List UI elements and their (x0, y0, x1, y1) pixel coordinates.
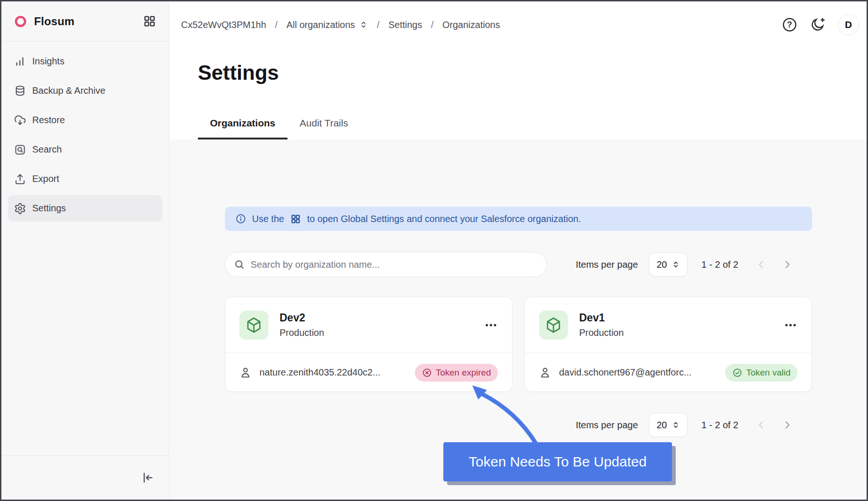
help-button[interactable]: ? (782, 17, 798, 33)
org-environment: Production (579, 327, 624, 338)
previous-page-button[interactable] (755, 419, 767, 431)
pagination-bottom: Items per page 20 1 - 2 of 2 (576, 413, 812, 437)
org-username: david.schonert967@agentforc... (559, 367, 692, 378)
items-per-page-select[interactable]: 20 (649, 413, 687, 437)
circle-check-icon (732, 368, 742, 378)
tab-organizations[interactable]: Organizations (198, 109, 287, 139)
items-per-page-label: Items per page (576, 259, 638, 270)
collapse-sidebar-icon (141, 471, 154, 484)
sidebar-item-label: Search (32, 144, 62, 155)
info-banner: Use the to open Global Settings and conn… (225, 207, 812, 231)
chevron-right-icon (781, 258, 793, 271)
sidebar-item-settings[interactable]: Settings (8, 195, 162, 222)
org-toolbar: Items per page 20 1 - 2 of 2 (225, 252, 812, 277)
user-avatar[interactable]: D (838, 14, 859, 35)
org-card-header: Dev2 Production (225, 297, 512, 353)
org-more-options-button[interactable] (484, 318, 498, 332)
ellipsis-icon (784, 318, 798, 332)
items-per-page-select[interactable]: 20 (649, 252, 687, 277)
org-name: Dev2 (280, 312, 324, 324)
topbar-actions: ? D (782, 14, 859, 35)
pagination-nav (755, 419, 793, 431)
token-status-text: Token expired (436, 368, 491, 378)
user-icon (239, 367, 252, 379)
token-status-text: Token valid (746, 368, 791, 378)
org-cube-icon (239, 311, 268, 340)
next-page-button[interactable] (781, 258, 793, 271)
annotation-label: Token Needs To Be Updated (469, 454, 646, 470)
breadcrumb-separator: / (377, 20, 380, 30)
annotation-tooltip: Token Needs To Be Updated (443, 442, 672, 481)
pagination-bottom-row: Items per page 20 1 - 2 of 2 (225, 413, 812, 437)
sidebar-item-insights[interactable]: Insights (8, 48, 162, 75)
database-icon (14, 85, 26, 97)
gear-icon (14, 202, 26, 215)
grid-icon (143, 15, 156, 28)
org-cube-icon (539, 311, 568, 340)
breadcrumb-settings[interactable]: Settings (388, 20, 422, 30)
brand-logo[interactable]: Flosum (13, 14, 75, 29)
bar-chart-icon (14, 56, 26, 68)
org-card-header: Dev1 Production (525, 297, 812, 353)
sidebar-item-export[interactable]: Export (8, 166, 162, 192)
search-icon (234, 259, 245, 270)
tab-audit-trails[interactable]: Audit Trails (287, 109, 360, 139)
items-per-page-value: 20 (657, 420, 667, 431)
org-card-footer: nature.zenith4035.22d40c2... Token expir… (225, 353, 512, 392)
breadcrumb-org-id[interactable]: Cx52eWvQt3PM1hh (181, 20, 266, 30)
banner-text-before: Use the (252, 214, 284, 224)
ellipsis-icon (484, 318, 498, 332)
moon-plus-icon (810, 17, 826, 33)
collapse-sidebar-button[interactable] (141, 471, 154, 484)
sidebar-item-label: Insights (32, 56, 64, 67)
chevron-left-icon (755, 258, 767, 271)
breadcrumb-org-selector[interactable]: All organizations (287, 20, 368, 30)
org-card-list: Dev2 Production (225, 297, 812, 392)
info-icon (235, 213, 246, 224)
items-per-page-label: Items per page (576, 420, 638, 431)
org-card-titles: Dev1 Production (579, 312, 624, 338)
chevron-up-down-icon (672, 260, 680, 269)
sidebar-item-backup-archive[interactable]: Backup & Archive (8, 77, 162, 104)
pagination-range: 1 - 2 of 2 (701, 420, 738, 431)
pagination-nav (755, 258, 793, 271)
breadcrumb-separator: / (275, 20, 278, 30)
next-page-button[interactable] (781, 419, 793, 431)
flosum-logo-icon (13, 14, 28, 29)
org-card-dev1: Dev1 Production (525, 297, 812, 392)
brand-name: Flosum (34, 15, 75, 28)
global-settings-grid-button[interactable] (143, 15, 156, 28)
circle-x-icon (422, 368, 432, 378)
breadcrumb: Cx52eWvQt3PM1hh / All organizations / Se… (181, 20, 500, 30)
sidebar-footer (1, 455, 169, 500)
sidebar-item-search[interactable]: Search (8, 136, 162, 163)
items-per-page-value: 20 (657, 259, 667, 270)
org-search (225, 252, 547, 277)
org-name: Dev1 (579, 312, 624, 324)
chevron-right-icon (781, 419, 793, 431)
chevron-left-icon (755, 419, 767, 431)
avatar-initial: D (845, 19, 852, 30)
pagination-top: Items per page 20 1 - 2 of 2 (576, 252, 812, 277)
org-username: nature.zenith4035.22d40c2... (259, 367, 380, 378)
sidebar-item-restore[interactable]: Restore (8, 107, 162, 133)
sidebar: Flosum Insights (1, 1, 169, 500)
org-environment: Production (280, 327, 324, 338)
user-icon (539, 367, 551, 379)
upload-icon (14, 173, 26, 185)
sidebar-item-label: Settings (32, 203, 66, 214)
dark-mode-toggle[interactable] (810, 17, 826, 33)
sidebar-item-label: Export (32, 174, 59, 184)
sidebar-header: Flosum (1, 1, 169, 42)
cloud-download-icon (14, 114, 26, 126)
pagination-range: 1 - 2 of 2 (701, 259, 738, 270)
app-window: { "sidebar": { "brand": "Flosum", "items… (0, 0, 868, 501)
breadcrumb-organizations[interactable]: Organizations (442, 20, 500, 30)
search-file-icon (14, 144, 26, 156)
search-input[interactable] (251, 259, 538, 270)
breadcrumb-separator: / (431, 20, 434, 30)
sidebar-item-label: Restore (32, 115, 65, 125)
help-icon: ? (787, 20, 792, 29)
org-more-options-button[interactable] (784, 318, 798, 332)
previous-page-button[interactable] (755, 258, 767, 271)
